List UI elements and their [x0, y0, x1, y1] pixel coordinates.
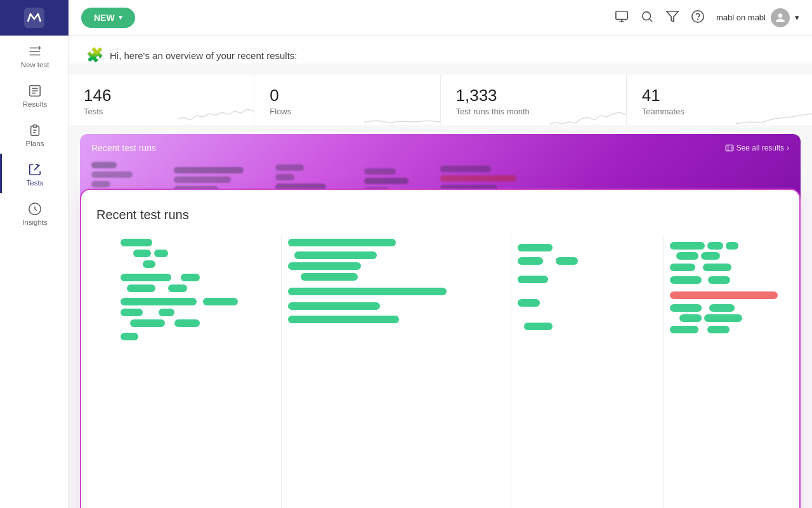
bg-title: Recent test runs	[91, 143, 156, 153]
sidebar-item-plans[interactable]: Plans	[0, 114, 68, 154]
stats-row: 146 Tests 0 Flows 1,333 Test runs this m…	[69, 74, 812, 125]
new-button[interactable]: NEW ▾	[81, 8, 135, 28]
recent-runs-card: Recent test runs	[80, 189, 801, 508]
sidebar-item-results[interactable]: Results	[0, 75, 68, 114]
stat-flows[interactable]: 0 Flows	[254, 74, 440, 125]
welcome-greeting: Hi, here's an overview of your recent re…	[110, 50, 298, 61]
user-caret-icon: ▾	[795, 13, 799, 22]
content-area: 🧩 Hi, here's an overview of your recent …	[69, 36, 812, 508]
see-all-link[interactable]: See all results ›	[725, 144, 789, 152]
card-title: Recent test runs	[96, 208, 784, 222]
sidebar-item-insights[interactable]: Insights	[0, 193, 68, 232]
monitor-icon[interactable]	[615, 10, 629, 26]
avatar	[771, 8, 790, 27]
svg-point-7	[697, 19, 698, 20]
filter-icon[interactable]	[665, 10, 679, 26]
user-menu[interactable]: mabl on mabl ▾	[716, 8, 799, 27]
stat-test-runs[interactable]: 1,333 Test runs this month	[441, 74, 627, 125]
sidebar-item-tests[interactable]: Tests	[0, 154, 68, 193]
help-icon[interactable]	[691, 10, 705, 26]
search-icon[interactable]	[640, 10, 654, 26]
svg-point-5	[643, 11, 651, 20]
svg-rect-3	[33, 125, 37, 128]
topbar: NEW ▾	[69, 0, 812, 36]
svg-rect-4	[616, 11, 627, 19]
stat-teammates[interactable]: 41 Teammates	[627, 74, 812, 125]
sidebar-logo	[0, 0, 69, 36]
welcome-icon: 🧩	[86, 47, 103, 64]
sidebar-item-new-test[interactable]: New test	[0, 36, 68, 75]
welcome-section: 🧩 Hi, here's an overview of your recent …	[69, 36, 812, 64]
new-button-caret: ▾	[119, 13, 122, 22]
svg-point-6	[692, 10, 704, 22]
main-content: NEW ▾	[69, 0, 812, 508]
stat-tests[interactable]: 146 Tests	[69, 74, 254, 125]
sidebar: New test Results Plans Tests	[0, 0, 69, 508]
